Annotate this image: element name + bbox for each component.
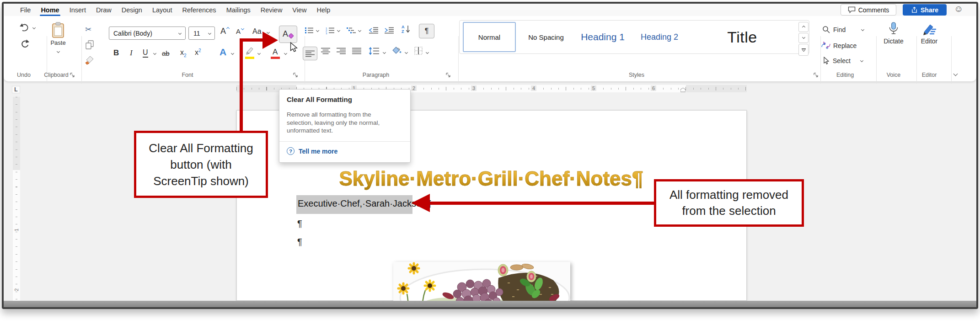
font-size-combobox[interactable]: 11 xyxy=(188,27,215,40)
screentip-body: Remove all formatting from the selection… xyxy=(287,111,380,135)
superscript-button[interactable]: x2 xyxy=(195,48,201,57)
tab-insert[interactable]: Insert xyxy=(69,6,87,14)
comments-button[interactable]: Comments xyxy=(841,4,896,16)
select-button[interactable]: Select xyxy=(822,57,851,64)
sort-a-glyph: A xyxy=(402,25,405,29)
sort-z-glyph: Z xyxy=(402,29,405,34)
tell-me-more-link[interactable]: ? Tell me more xyxy=(287,147,337,155)
multilevel-list-icon[interactable] xyxy=(347,27,356,34)
group-divider xyxy=(458,36,459,84)
numbering-icon[interactable]: 123 xyxy=(326,27,335,34)
font-name-combobox[interactable]: Calibri (Body) xyxy=(109,27,186,40)
style-no-spacing[interactable]: No Spacing xyxy=(519,22,573,52)
styles-dialog-launcher-icon[interactable] xyxy=(813,72,819,78)
right-indent-marker[interactable] xyxy=(680,88,685,92)
tab-layout[interactable]: Layout xyxy=(151,6,173,14)
paste-button[interactable]: Paste xyxy=(46,20,70,66)
italic-button[interactable]: I xyxy=(130,48,133,58)
style-title[interactable]: Title xyxy=(690,22,795,52)
editor-button[interactable]: Editor xyxy=(915,22,944,45)
sort-arrow-icon xyxy=(406,25,410,34)
align-right-icon[interactable] xyxy=(337,48,346,54)
tab-selector[interactable]: L xyxy=(12,86,20,93)
vruler-number: 2 xyxy=(14,287,19,293)
dictate-button[interactable]: Dictate xyxy=(874,22,913,45)
menu-bar: File Home Insert Draw Design Layout Refe… xyxy=(4,4,976,16)
borders-icon[interactable] xyxy=(414,47,423,55)
clear-all-formatting-button[interactable]: A xyxy=(279,26,297,43)
paragraph-mark: ¶ xyxy=(297,237,302,247)
line-spacing-icon[interactable] xyxy=(369,47,380,55)
annotation-arrow-horizontal-line xyxy=(240,38,264,42)
sort-button[interactable]: AZ xyxy=(402,25,410,34)
grow-font-glyph: A xyxy=(220,27,226,36)
underline-button[interactable]: U xyxy=(143,48,148,58)
tab-draw[interactable]: Draw xyxy=(95,6,112,14)
tab-file[interactable]: File xyxy=(19,6,32,14)
increase-indent-icon[interactable] xyxy=(384,27,394,34)
tab-review[interactable]: Review xyxy=(260,6,284,14)
styles-gallery-more-button[interactable] xyxy=(798,44,809,56)
editor-label: Editor xyxy=(915,37,944,45)
vertical-ruler[interactable]: 1 2 xyxy=(13,97,20,302)
show-formatting-marks-button[interactable]: ¶ xyxy=(419,24,434,38)
decrease-indent-icon[interactable] xyxy=(369,27,379,34)
chevron-up-icon xyxy=(802,25,805,28)
subscript-button[interactable]: x2 xyxy=(180,48,187,57)
bullets-icon[interactable] xyxy=(305,27,314,34)
callout-line: from the selection xyxy=(682,203,776,219)
tab-home[interactable]: Home xyxy=(40,6,60,14)
align-center-icon[interactable] xyxy=(321,48,330,54)
text-effects-button[interactable]: A xyxy=(220,47,226,58)
document-heading[interactable]: Skyline·Metro·Grill·Chef·Notes¶ xyxy=(296,167,686,190)
clipboard-dialog-launcher-icon[interactable] xyxy=(70,72,75,78)
microphone-icon xyxy=(888,22,899,36)
redo-button[interactable] xyxy=(20,39,29,48)
comments-label: Comments xyxy=(858,6,889,14)
bold-button[interactable]: B xyxy=(113,48,119,58)
food-banner-image[interactable] xyxy=(393,262,570,301)
format-painter-icon[interactable] xyxy=(85,56,94,65)
grow-font-button[interactable]: A xyxy=(220,27,226,36)
style-heading-1[interactable]: Heading 1 xyxy=(576,22,629,52)
shading-bucket-icon[interactable] xyxy=(392,47,402,55)
tab-design[interactable]: Design xyxy=(121,6,143,14)
annotation-arrow-to-selection xyxy=(429,202,654,205)
callout-clear-formatting: Clear All Formatting button (with Screen… xyxy=(134,131,268,198)
tab-references[interactable]: References xyxy=(181,6,217,14)
style-heading-2[interactable]: Heading 2 xyxy=(633,22,686,52)
selection-highlight[interactable]: Executive·Chef,·Sarah·Jackson¶ xyxy=(296,195,412,214)
justify-icon[interactable] xyxy=(352,48,361,54)
styles-scroll-up-button[interactable] xyxy=(798,22,809,32)
change-case-button[interactable]: Aa xyxy=(252,27,262,36)
callout-line: Clear All Formatting xyxy=(149,140,253,156)
find-button[interactable]: Find xyxy=(822,26,846,33)
styles-scroll-down-button[interactable] xyxy=(798,33,809,43)
align-left-button[interactable] xyxy=(303,47,317,60)
style-normal[interactable]: Normal xyxy=(463,22,516,52)
tab-view[interactable]: View xyxy=(291,6,307,14)
screentip-body-line: Remove all formatting from the xyxy=(287,111,380,119)
tab-mailings[interactable]: Mailings xyxy=(225,6,252,14)
screentip-body-line: unformatted text. xyxy=(287,127,380,135)
paragraph-dialog-launcher-icon[interactable] xyxy=(445,72,451,78)
paragraph-group-label: Paragraph xyxy=(353,72,399,78)
style-no-spacing-label: No Spacing xyxy=(528,33,564,41)
superscript-x-glyph: x xyxy=(195,48,198,56)
superscript-2-glyph: 2 xyxy=(198,48,201,53)
replace-button[interactable]: bc Replace xyxy=(821,41,857,50)
font-size-chevron xyxy=(208,32,211,35)
font-color-button[interactable]: A xyxy=(273,48,278,57)
callout-line: button (with xyxy=(170,156,231,173)
share-button[interactable]: Share xyxy=(903,4,947,16)
undo-button[interactable] xyxy=(19,23,30,32)
shrink-font-button[interactable]: A xyxy=(236,27,241,35)
copy-icon[interactable] xyxy=(85,40,94,49)
highlight-pen-icon[interactable] xyxy=(245,47,254,55)
font-dialog-launcher-icon[interactable] xyxy=(293,72,298,78)
tab-help[interactable]: Help xyxy=(316,6,332,14)
strikethrough-button[interactable]: ab xyxy=(162,49,170,57)
cut-icon[interactable]: ✂ xyxy=(85,25,91,34)
feedback-smiley-icon[interactable]: ☺ xyxy=(954,4,963,14)
find-label: Find xyxy=(833,26,846,33)
